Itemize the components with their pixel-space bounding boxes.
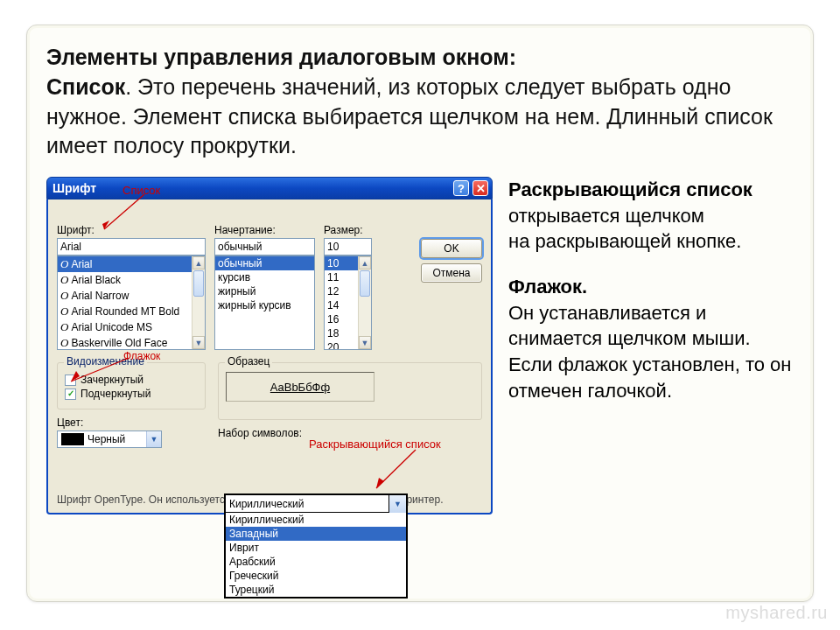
- list-item: OArial: [58, 256, 205, 272]
- cancel-button[interactable]: Отмена: [421, 263, 482, 283]
- side-p1-line2: на раскрывающей кнопке.: [508, 230, 741, 252]
- side-p2-rest: Он устанавливается и снимается щелчком м…: [508, 302, 791, 402]
- list-item[interactable]: жирный: [215, 284, 314, 298]
- chevron-down-icon[interactable]: ▼: [388, 495, 406, 513]
- svg-line-4: [376, 450, 416, 488]
- scroll-thumb[interactable]: [193, 270, 204, 297]
- dropdown-option[interactable]: Греческий: [226, 569, 406, 583]
- dropdown-option[interactable]: Кириллический: [226, 513, 406, 527]
- preview-groupbox: Образец AaBbБбФф: [218, 362, 482, 420]
- list-item: OArial Narrow: [58, 288, 205, 304]
- side-p2-strong: Флажок.: [508, 276, 587, 298]
- color-row: Цвет: Черный ▼: [57, 416, 206, 448]
- style-label: Начертание:: [214, 224, 315, 236]
- scroll-up-icon[interactable]: ▲: [192, 256, 205, 270]
- strike-checkbox[interactable]: Зачеркнутый: [65, 374, 198, 386]
- scroll-thumb[interactable]: [360, 270, 370, 297]
- effects-groupbox: Видоизменение Зачеркнутый ✓ Подчеркнутый: [57, 362, 206, 410]
- help-button[interactable]: ?: [453, 180, 469, 196]
- dropdown-option[interactable]: Западный: [226, 527, 406, 541]
- side-p1-rest: открывается щелчком: [508, 205, 704, 227]
- dropdown-option[interactable]: Иврит: [226, 541, 406, 555]
- svg-marker-5: [376, 478, 384, 488]
- list-item[interactable]: жирный курсив: [215, 298, 314, 312]
- dropdown-option[interactable]: Арабский: [226, 555, 406, 569]
- checkbox-square[interactable]: [65, 374, 76, 386]
- list-item: OArial Rounded MT Bold: [58, 304, 205, 319]
- headline-title: Элементы управления диалоговым окном:: [46, 45, 516, 69]
- scroll-up-icon[interactable]: ▲: [359, 256, 371, 270]
- preview-box: AaBbБбФф: [226, 372, 374, 402]
- close-button[interactable]: ✕: [472, 180, 488, 196]
- headline-strong: Список: [46, 74, 125, 99]
- slide: Элементы управления диалоговым окном: Сп…: [26, 24, 814, 602]
- side-p1-strong: Раскрывающийся список: [508, 178, 752, 200]
- dialog-titlebar[interactable]: Шрифт ? ✕: [46, 177, 493, 200]
- watermark: myshared.ru: [725, 603, 828, 623]
- scroll-down-icon[interactable]: ▼: [359, 336, 371, 349]
- annotation-dropdown-arrow: [372, 450, 424, 494]
- preview-legend: Образец: [225, 355, 272, 368]
- color-swatch: [61, 433, 84, 445]
- size-input[interactable]: [324, 238, 372, 256]
- headline-rest: . Это перечень значений, из которых след…: [46, 74, 773, 158]
- font-label: Шрифт:: [57, 224, 206, 236]
- headline: Элементы управления диалоговым окном: Сп…: [46, 43, 794, 161]
- color-label: Цвет:: [57, 416, 206, 429]
- charset-dropdown[interactable]: Кириллический ▼ Кириллический Западный И…: [224, 494, 408, 598]
- list-item[interactable]: курсив: [215, 270, 314, 284]
- content-row: Шрифт ? ✕ Список Шрифт: OArial OAr: [46, 177, 794, 514]
- font-listbox[interactable]: OArial OArial Black OArial Narrow OArial…: [57, 256, 206, 350]
- checkbox-square[interactable]: ✓: [65, 388, 76, 400]
- ok-button[interactable]: OK: [421, 239, 482, 258]
- list-item: OBaskerville Old Face: [58, 335, 205, 350]
- dialog-body: Список Шрифт: OArial OArial Black OArial…: [46, 200, 493, 514]
- underline-checkbox[interactable]: ✓ Подчеркнутый: [65, 388, 198, 400]
- style-listbox[interactable]: обычный курсив жирный жирный курсив: [214, 256, 315, 350]
- dialog-title: Шрифт: [52, 181, 96, 195]
- color-select[interactable]: Черный ▼: [57, 430, 162, 448]
- size-label: Размер:: [324, 224, 372, 236]
- scroll-down-icon[interactable]: ▼: [192, 336, 205, 349]
- dropdown-option[interactable]: Турецкий: [226, 583, 406, 597]
- font-scrollbar[interactable]: ▲ ▼: [192, 256, 205, 349]
- font-input[interactable]: [57, 238, 206, 256]
- side-explanation: Раскрывающийся список открывается щелчко…: [508, 177, 794, 514]
- charset-label: Набор символов:: [218, 427, 482, 439]
- font-dialog: Шрифт ? ✕ Список Шрифт: OArial OAr: [46, 177, 493, 514]
- chevron-down-icon[interactable]: ▼: [146, 431, 161, 447]
- list-item: OArial Unicode MS: [58, 319, 205, 335]
- size-listbox[interactable]: 10 11 12 14 16 18 20 ▲ ▼: [324, 256, 372, 350]
- style-input[interactable]: [214, 238, 315, 256]
- list-item[interactable]: обычный: [215, 256, 314, 270]
- effects-legend: Видоизменение: [64, 355, 147, 368]
- list-item: OArial Black: [58, 272, 205, 288]
- top-row: Шрифт: OArial OArial Black OArial Narrow…: [57, 224, 482, 350]
- size-scrollbar[interactable]: ▲ ▼: [358, 256, 371, 349]
